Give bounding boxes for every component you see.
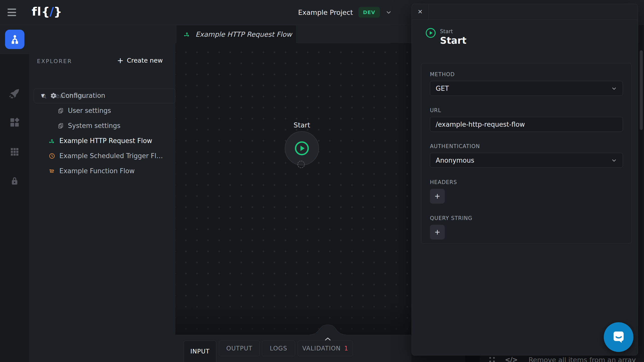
project-switcher[interactable]: Example Project DEV [298,0,392,25]
authentication-value: Anonymous [436,157,474,164]
page-scrollbar [638,25,644,362]
tree-item-configuration[interactable]: ▼ Configuration [29,88,175,103]
headers-field: HEADERS + [430,179,623,204]
logo-text: fl [32,5,42,18]
tab-input-label: INPUT [190,348,210,355]
tab-input[interactable]: INPUT [184,341,216,362]
widgets-icon [9,117,20,128]
start-node-play-icon [425,27,436,39]
query-string-field: QUERY STRING + [430,215,623,240]
tree-item-system-settings[interactable]: System settings [29,118,175,133]
close-icon: ✕ [418,8,423,15]
url-field: URL [430,107,623,132]
tree-item-label: User settings [68,107,111,114]
create-new-button[interactable]: + Create new [117,57,163,64]
method-field: METHOD GET [430,71,623,96]
tree-item-scheduled-trigger-flow[interactable]: Example Scheduled Trigger Fl… [29,148,175,163]
http-flow-icon [183,31,190,38]
http-flow-icon [49,138,55,144]
code-icon: </> [505,356,517,362]
io-panel: INPUT OUTPUT LOGS VALIDATION 1 [175,335,411,362]
drag-handle-icon[interactable] [489,357,495,362]
gear-icon [50,92,57,99]
tree-item-label: System settings [68,122,120,129]
add-header-button[interactable]: + [430,189,445,204]
explorer-title: EXPLORER [37,58,72,64]
logo-brace-close: } [54,5,62,18]
node-type-label: Start [440,28,453,34]
chat-bubble-icon [611,329,626,345]
tab-logs-label: LOGS [270,345,287,352]
chevron-down-icon [611,157,617,163]
tree-item-function-flow[interactable]: Example Function Flow [29,163,175,178]
chevron-down-icon [611,85,617,92]
app-window: fl{/} Example Project DEV [0,0,644,362]
headers-label: HEADERS [430,179,623,185]
icon-rail [0,25,29,362]
tree-item-label: Example Scheduled Trigger Fl… [59,152,163,160]
tree-item-label: Example Function Flow [59,167,135,175]
authentication-select[interactable]: Anonymous [430,153,623,168]
documents-icon [58,108,64,114]
node-label: Start [284,121,319,129]
scrollbar-thumb[interactable] [640,50,643,130]
app-logo[interactable]: fl{/} [32,5,62,18]
start-node[interactable] [285,131,319,165]
tab-validation-label: VALIDATION [302,345,341,352]
tree-item-label: Configuration [61,92,105,99]
tab-validation[interactable]: VALIDATION 1 [298,341,353,356]
plus-icon: + [117,57,124,64]
tab-output[interactable]: OUTPUT [219,341,260,356]
palette-gap [465,355,480,362]
authentication-label: AUTHENTICATION [430,143,623,149]
explorer-tree: ▼ Configuration User settings System set… [29,88,175,178]
documents-icon [58,123,64,129]
lock-icon [9,176,20,186]
rail-item-deploy[interactable] [9,88,20,99]
palette-row-label: Remove all items from an array [529,356,636,362]
inspector-panel: ✕ Start Start METHOD GET URL [412,4,638,355]
flow-network-icon [9,34,21,45]
method-value: GET [436,85,449,92]
rail-item-widgets[interactable] [9,117,20,128]
environment-badge: DEV [358,7,380,18]
tree-item-http-request-flow[interactable]: Example HTTP Request Flow [29,133,175,148]
rail-item-security[interactable] [9,175,20,187]
explorer-panel: EXPLORER + Create new ▼ Configuration [29,25,175,362]
method-select[interactable]: GET [430,81,623,96]
grid-apps-icon [10,147,20,157]
add-query-param-button[interactable]: + [430,225,445,240]
clock-icon [49,153,55,159]
tab-logs[interactable]: LOGS [262,341,295,356]
tab-output-label: OUTPUT [226,345,253,352]
url-input[interactable] [430,117,623,132]
method-label: METHOD [430,71,623,77]
validation-count-badge: 1 [344,345,348,352]
plus-icon: + [435,191,440,202]
tab-title: Example HTTP Request Flow [195,30,292,38]
create-new-label: Create new [127,57,163,64]
project-name: Example Project [298,9,353,16]
tree-item-label: Example HTTP Request Flow [59,137,152,145]
authentication-field: AUTHENTICATION Anonymous [430,143,623,168]
inspector-title: Start [440,35,466,46]
close-button[interactable]: ✕ [412,4,429,20]
caret-down-icon[interactable]: ▼ [41,93,46,98]
node-output-port[interactable] [297,161,305,168]
tab-example-http-request-flow[interactable]: Example HTTP Request Flow [176,25,296,43]
plus-icon: + [435,227,440,238]
play-icon [294,140,310,156]
rail-item-flows[interactable] [5,30,24,49]
palette-row-remove-all-items[interactable]: </> Remove all items from an array [465,355,638,362]
rail-item-apps[interactable] [9,146,20,157]
inspector-form-card: METHOD GET URL AUTHENTICATION Anonymous [421,63,632,244]
chat-launcher-button[interactable] [604,322,633,352]
url-label: URL [430,107,623,113]
function-flow-icon [49,168,55,174]
inspector-header-strip: ✕ [412,4,638,20]
rocket-icon [9,88,20,99]
tree-item-user-settings[interactable]: User settings [29,103,175,118]
query-string-label: QUERY STRING [430,215,623,221]
hamburger-menu-icon[interactable] [8,9,16,16]
chevron-down-icon [385,9,392,16]
